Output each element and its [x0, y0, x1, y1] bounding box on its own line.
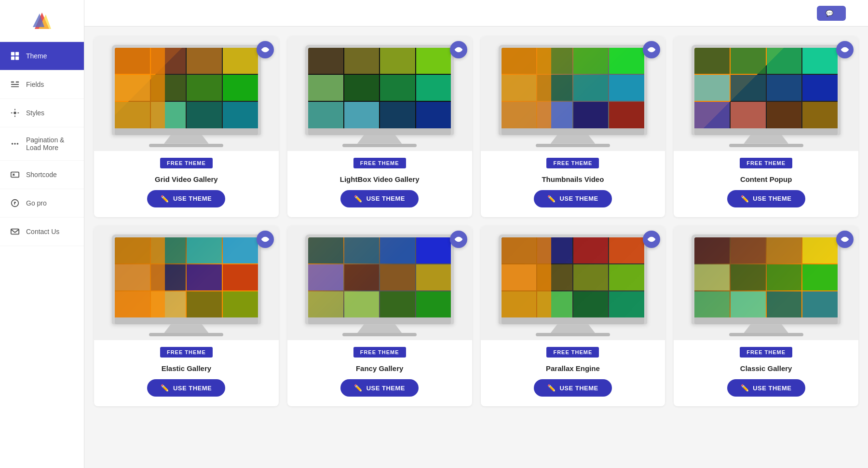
card-title-content-popup: Content Popup — [740, 175, 792, 183]
monitor-foot-classic-gallery — [729, 333, 803, 336]
card-image-wrap-lightbox-video-gallery — [287, 36, 472, 151]
sidebar-item-theme[interactable]: Theme — [0, 42, 84, 70]
svg-point-18 — [17, 143, 19, 145]
use-theme-button-elastic-gallery[interactable]: ✏️ USE THEME — [147, 379, 225, 397]
use-theme-button-classic-gallery[interactable]: ✏️ USE THEME — [727, 379, 805, 397]
svg-point-17 — [14, 143, 16, 145]
monitor-screen-inner-thumbnails-video — [502, 48, 644, 128]
monitor-grid-video-gallery — [112, 45, 260, 147]
topbar: 💬 — [84, 0, 868, 27]
use-theme-label-content-popup: USE THEME — [753, 195, 791, 202]
free-badge-grid-video-gallery: FREE THEME — [160, 158, 213, 168]
svg-rect-23 — [11, 229, 19, 234]
monitor-outer-thumbnails-video — [499, 45, 647, 135]
monitor-screen-parallax-engine — [502, 237, 644, 318]
monitor-screen-grid-video-gallery — [115, 48, 258, 128]
svg-rect-6 — [15, 56, 19, 60]
card-image-wrap-parallax-engine — [481, 226, 665, 341]
sidebar-item-fields[interactable]: Fields — [0, 70, 84, 99]
monitor-foot-parallax-engine — [536, 333, 610, 336]
use-theme-button-grid-video-gallery[interactable]: ✏️ USE THEME — [147, 190, 225, 207]
monitor-foot-thumbnails-video — [536, 144, 610, 147]
monitor-stand-thumbnails-video — [551, 135, 595, 144]
sidebar-item-label-gopro: Go pro — [26, 199, 47, 207]
theme-icon — [10, 51, 20, 61]
pencil-icon: ✏️ — [354, 384, 363, 392]
preview-button-fancy-gallery[interactable] — [450, 231, 467, 248]
preview-button-thumbnails-video[interactable] — [643, 41, 660, 58]
card-title-elastic-gallery: Elastic Gallery — [162, 364, 211, 372]
shortcode-icon — [10, 169, 20, 180]
preview-button-elastic-gallery[interactable] — [257, 231, 274, 248]
gallery-grid: FREE THEME Grid Video Gallery ✏️ USE THE… — [94, 36, 858, 406]
sidebar-item-pagination[interactable]: Pagination & Load More — [0, 127, 84, 161]
card-title-parallax-engine: Parallax Engine — [546, 364, 600, 372]
card-image-wrap-content-popup — [674, 36, 858, 151]
topbar-left — [94, 6, 108, 20]
use-theme-button-fancy-gallery[interactable]: ✏️ USE THEME — [340, 379, 419, 397]
monitor-base-fancy-gallery — [308, 317, 451, 324]
free-badge-classic-gallery: FREE THEME — [740, 347, 792, 358]
use-theme-button-lightbox-video-gallery[interactable]: ✏️ USE THEME — [340, 190, 419, 207]
use-theme-button-content-popup[interactable]: ✏️ USE THEME — [727, 190, 805, 207]
pencil-icon: ✏️ — [547, 384, 556, 392]
sidebar-item-contact[interactable]: Contact Us — [0, 218, 84, 246]
monitor-screen-fancy-gallery — [308, 237, 451, 318]
eye-icon — [841, 235, 849, 244]
pencil-icon: ✏️ — [161, 195, 169, 203]
card-title-grid-video-gallery: Grid Video Gallery — [155, 175, 218, 183]
monitor-outer-classic-gallery — [692, 234, 840, 325]
sidebar-item-label-fields: Fields — [26, 81, 44, 88]
preview-button-lightbox-video-gallery[interactable] — [450, 41, 467, 58]
card-title-lightbox-video-gallery: LightBox Video Gallery — [340, 175, 420, 183]
monitor-outer-elastic-gallery — [112, 234, 260, 325]
free-badge-content-popup: FREE THEME — [740, 158, 792, 168]
svg-point-26 — [651, 49, 653, 51]
sidebar-item-gopro[interactable]: Go pro — [0, 189, 84, 218]
svg-rect-5 — [11, 56, 14, 60]
preview-button-classic-gallery[interactable] — [836, 231, 854, 248]
gallery-card-thumbnails-video: FREE THEME Thumbnails Video ✏️ USE THEME — [481, 36, 665, 217]
svg-rect-9 — [11, 86, 19, 87]
preview-button-content-popup[interactable] — [836, 41, 854, 58]
monitor-outer-lightbox-video-gallery — [305, 45, 454, 135]
sidebar-item-shortcode[interactable]: Shortcode — [0, 161, 84, 189]
monitor-screen-inner-content-popup — [694, 48, 837, 128]
use-theme-label-fancy-gallery: USE THEME — [366, 385, 405, 392]
topbar-modal-close[interactable] — [94, 6, 108, 20]
use-theme-button-parallax-engine[interactable]: ✏️ USE THEME — [534, 379, 612, 397]
card-image-wrap-elastic-gallery — [94, 226, 279, 341]
use-theme-button-thumbnails-video[interactable]: ✏️ USE THEME — [534, 190, 612, 207]
monitor-lightbox-video-gallery — [305, 45, 454, 147]
use-theme-label-thumbnails-video: USE THEME — [559, 195, 598, 202]
chat-icon: 💬 — [826, 10, 833, 17]
preview-button-grid-video-gallery[interactable] — [257, 41, 274, 58]
svg-point-29 — [457, 238, 460, 240]
monitor-screen-inner-grid-video-gallery — [115, 48, 258, 128]
svg-rect-8 — [11, 84, 19, 85]
eye-icon — [261, 235, 270, 244]
monitor-base-parallax-engine — [502, 317, 644, 324]
sidebar-item-styles[interactable]: Styles — [0, 99, 84, 127]
monitor-thumbnails-video — [499, 45, 647, 147]
monitor-screen-content-popup — [694, 48, 837, 128]
eye-icon — [647, 45, 656, 54]
monitor-fancy-gallery — [305, 234, 454, 337]
preview-button-parallax-engine[interactable] — [643, 231, 660, 248]
sidebar-item-label-contact: Contact Us — [26, 228, 59, 235]
pagination-icon — [10, 138, 20, 149]
card-image-wrap-grid-video-gallery — [94, 36, 279, 151]
styles-icon — [10, 108, 20, 118]
monitor-screen-classic-gallery — [694, 237, 837, 318]
main-area: 💬 — [84, 0, 868, 468]
pencil-icon: ✏️ — [547, 195, 556, 203]
monitor-base-lightbox-video-gallery — [308, 128, 451, 135]
gopro-icon — [10, 198, 20, 208]
support-forum-button[interactable]: 💬 — [817, 6, 846, 21]
monitor-foot-lightbox-video-gallery — [342, 144, 417, 147]
monitor-screen-inner-fancy-gallery — [308, 237, 451, 318]
monitor-content-popup — [692, 45, 840, 147]
gallery-card-content-popup: FREE THEME Content Popup ✏️ USE THEME — [674, 36, 858, 217]
monitor-outer-content-popup — [692, 45, 840, 135]
free-badge-lightbox-video-gallery: FREE THEME — [353, 158, 406, 168]
